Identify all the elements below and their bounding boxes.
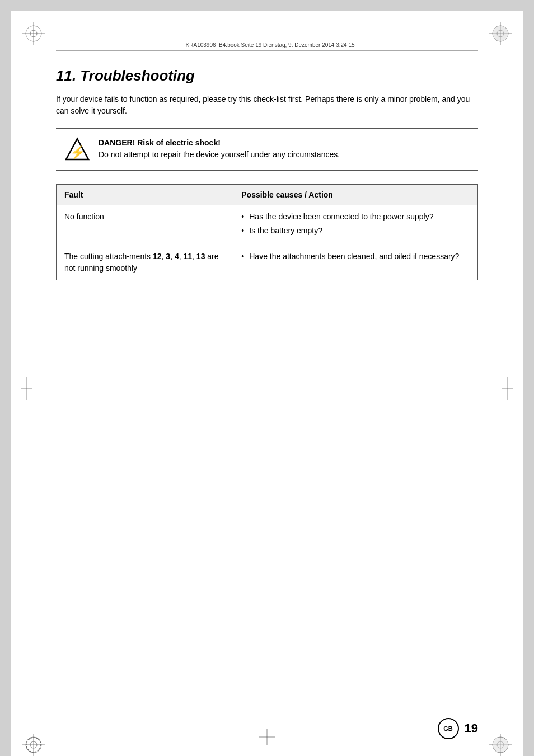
- col-causes-header: Possible causes / Action: [233, 185, 478, 205]
- svg-text:⚡: ⚡: [70, 145, 86, 160]
- header-bar: __KRA103906_B4.book Seite 19 Dienstag, 9…: [56, 42, 478, 51]
- cause-item: Have the attachments been cleaned, and o…: [241, 251, 470, 262]
- troubleshooting-table: Fault Possible causes / Action No functi…: [56, 184, 478, 280]
- fault-bold-3: 3: [166, 252, 170, 261]
- fault-sep: ,: [192, 252, 196, 261]
- cause-item: Is the battery empty?: [241, 225, 470, 237]
- causes-cell-1: Has the device been connected to the pow…: [233, 205, 478, 245]
- fault-bold-12: 12: [153, 252, 162, 261]
- warning-body: Do not attempt to repair the device your…: [99, 149, 340, 161]
- footer: GB 19: [438, 718, 478, 739]
- section-title: 11. Troubleshooting: [56, 67, 478, 84]
- table-row: No function Has the device been connecte…: [57, 205, 478, 245]
- fault-bold-4: 4: [175, 252, 179, 261]
- warning-box: ⚡ DANGER! Risk of electric shock! Do not…: [56, 128, 478, 171]
- gb-badge: GB: [438, 718, 459, 739]
- cause-item: Has the device been connected to the pow…: [241, 211, 470, 223]
- bottom-center-mark: [259, 729, 275, 748]
- causes-list-1: Has the device been connected to the pow…: [241, 211, 470, 237]
- fault-cell-1: No function: [57, 205, 233, 245]
- corner-mark-bl: [22, 734, 45, 756]
- svg-point-9: [493, 26, 508, 41]
- fault-bold-13: 13: [196, 252, 205, 261]
- fault-prefix: The cutting attach-ments: [64, 252, 153, 261]
- gb-label: GB: [443, 725, 453, 732]
- causes-cell-2: Have the attachments been cleaned, and o…: [233, 245, 478, 280]
- corner-mark-tr: [489, 22, 512, 45]
- corner-mark-tl: [22, 22, 45, 45]
- document-page: __KRA103906_B4.book Seite 19 Dienstag, 9…: [11, 11, 523, 756]
- warning-content: DANGER! Risk of electric shock! Do not a…: [99, 137, 340, 161]
- intro-paragraph: If your device fails to function as requ…: [56, 93, 478, 117]
- table-header-row: Fault Possible causes / Action: [57, 185, 478, 205]
- fault-text-1: No function: [64, 212, 104, 221]
- main-content: 11. Troubleshooting If your device fails…: [56, 67, 478, 280]
- warning-icon: ⚡: [65, 137, 90, 162]
- header-text: __KRA103906_B4.book Seite 19 Dienstag, 9…: [180, 42, 355, 48]
- fault-cell-2: The cutting attach-ments 12, 3, 4, 11, 1…: [57, 245, 233, 280]
- svg-point-19: [493, 738, 508, 752]
- causes-list-2: Have the attachments been cleaned, and o…: [241, 251, 470, 262]
- side-mark-left: [21, 377, 32, 402]
- table-row: The cutting attach-ments 12, 3, 4, 11, 1…: [57, 245, 478, 280]
- corner-mark-br: [489, 734, 512, 756]
- col-fault-header: Fault: [57, 185, 233, 205]
- fault-sep: ,: [170, 252, 175, 261]
- fault-bold-11: 11: [183, 252, 192, 261]
- side-mark-right: [502, 377, 513, 402]
- warning-title: DANGER! Risk of electric shock!: [99, 137, 340, 149]
- page-number: 19: [465, 721, 478, 736]
